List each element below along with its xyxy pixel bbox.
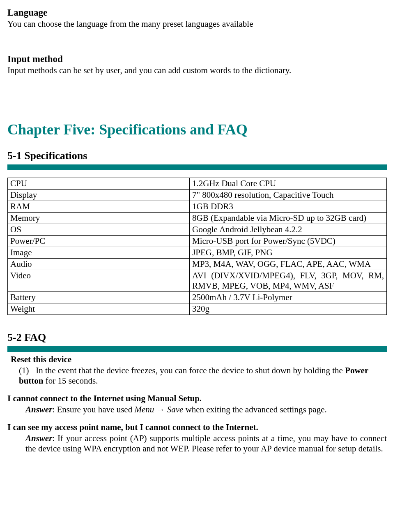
table-row: ImageJPEG, BMP, GIF, PNG bbox=[8, 247, 387, 259]
table-row: Weight320g bbox=[8, 303, 387, 315]
spec-key: Memory bbox=[8, 213, 190, 224]
table-row: Display7" 800x480 resolution, Capacitive… bbox=[8, 190, 387, 201]
spec-value: AVI (DIVX/XVID/MPEG4), FLV, 3GP, MOV, RM… bbox=[190, 270, 387, 292]
input-method-heading: Input method bbox=[7, 54, 387, 65]
answer-label: Answer bbox=[25, 433, 52, 443]
table-row: VideoAVI (DIVX/XVID/MPEG4), FLV, 3GP, MO… bbox=[8, 270, 387, 292]
spec-table: CPU1.2GHz Dual Core CPUDisplay7" 800x480… bbox=[7, 178, 387, 315]
language-heading: Language bbox=[7, 7, 387, 18]
spec-value: JPEG, BMP, GIF, PNG bbox=[190, 247, 387, 259]
spec-key: Weight bbox=[8, 303, 190, 315]
table-row: AudioMP3, M4A, WAV, OGG, FLAC, APE, AAC,… bbox=[8, 259, 387, 270]
spec-value: MP3, M4A, WAV, OGG, FLAC, APE, AAC, WMA bbox=[190, 259, 387, 270]
spec-key: Power/PC bbox=[8, 236, 190, 247]
spec-value: 1.2GHz Dual Core CPU bbox=[190, 178, 387, 190]
faq-reset-heading: Reset this device bbox=[11, 354, 387, 365]
table-row: Memory8GB (Expandable via Micro-SD up to… bbox=[8, 213, 387, 224]
faq-section-title: 5-2 FAQ bbox=[7, 331, 387, 344]
spec-key: RAM bbox=[8, 201, 190, 213]
faq-reset-text-post: for 15 seconds. bbox=[46, 376, 98, 386]
faq-q1-pre: : Ensure you have used bbox=[52, 405, 134, 414]
faq-q1-post: when exiting the advanced settings page. bbox=[183, 405, 326, 414]
spec-key: Video bbox=[8, 270, 190, 292]
spec-value: 1GB DDR3 bbox=[190, 201, 387, 213]
spec-value: Google Android Jellybean 4.2.2 bbox=[190, 224, 387, 236]
language-paragraph: You can choose the language from the man… bbox=[7, 19, 387, 29]
faq-divider bbox=[7, 346, 387, 352]
arrow-right-icon: → bbox=[156, 405, 165, 414]
spec-section-title: 5-1 Specifications bbox=[7, 150, 387, 162]
faq-q2-heading: I can see my access point name, but I ca… bbox=[7, 422, 387, 433]
spec-value: 7" 800x480 resolution, Capacitive Touch bbox=[190, 190, 387, 201]
input-method-paragraph: Input methods can be set by user, and yo… bbox=[7, 65, 387, 76]
spec-value: Micro-USB port for Power/Sync (5VDC) bbox=[190, 236, 387, 247]
chapter-title: Chapter Five: Specifications and FAQ bbox=[7, 121, 387, 138]
table-row: OSGoogle Android Jellybean 4.2.2 bbox=[8, 224, 387, 236]
table-row: RAM1GB DDR3 bbox=[8, 201, 387, 213]
spec-value: 8GB (Expandable via Micro-SD up to 32GB … bbox=[190, 213, 387, 224]
answer-label: Answer bbox=[25, 405, 52, 414]
table-row: Battery2500mAh / 3.7V Li-Polymer bbox=[8, 292, 387, 303]
spec-key: CPU bbox=[8, 178, 190, 190]
faq-q1-heading: I cannot connect to the Internet using M… bbox=[7, 393, 387, 404]
spec-key: Battery bbox=[8, 292, 190, 303]
spec-key: OS bbox=[8, 224, 190, 236]
faq-q2-text: : If your access point (AP) supports mul… bbox=[25, 433, 387, 453]
faq-q1-save: Save bbox=[165, 405, 183, 414]
spec-key: Image bbox=[8, 247, 190, 259]
spec-value: 2500mAh / 3.7V Li-Polymer bbox=[190, 292, 387, 303]
faq-reset-text-pre: In the event that the device freezes, yo… bbox=[36, 365, 345, 375]
faq-q2-answer: Answer: If your access point (AP) suppor… bbox=[25, 433, 387, 454]
spec-divider bbox=[7, 164, 387, 170]
spec-key: Display bbox=[8, 190, 190, 201]
table-row: CPU1.2GHz Dual Core CPU bbox=[8, 178, 387, 190]
faq-q1-answer: Answer: Ensure you have used Menu → Save… bbox=[25, 405, 387, 415]
faq-reset-number: (1) bbox=[19, 365, 34, 376]
faq-reset-item: (1) In the event that the device freezes… bbox=[19, 365, 387, 386]
table-row: Power/PCMicro-USB port for Power/Sync (5… bbox=[8, 236, 387, 247]
spec-key: Audio bbox=[8, 259, 190, 270]
faq-q1-menu: Menu bbox=[134, 405, 156, 414]
spec-value: 320g bbox=[190, 303, 387, 315]
